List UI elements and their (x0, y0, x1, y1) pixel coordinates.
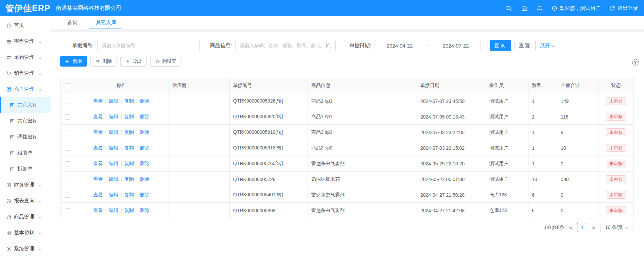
select-all-checkbox[interactable] (65, 83, 70, 88)
view-link[interactable]: 查看 (93, 208, 103, 213)
row-checkbox[interactable] (65, 99, 70, 104)
row-checkbox[interactable] (65, 161, 70, 166)
view-link[interactable]: 查看 (93, 98, 103, 104)
sidebar-item-goods[interactable]: 商品管理 (0, 209, 51, 225)
sidebar-subitem-transfer-outbound[interactable]: 调拨出库 (0, 129, 51, 145)
delete-link[interactable]: 删除 (140, 145, 149, 150)
view-link[interactable]: 查看 (93, 176, 103, 182)
view-link[interactable]: 查看 (93, 145, 103, 150)
column-header: 单据编号 (230, 78, 308, 93)
sidebar-item-basic-data[interactable]: 基本资料 (0, 225, 51, 241)
bank-icon[interactable] (521, 5, 527, 12)
edit-link[interactable]: 编辑 (109, 114, 118, 119)
bell-icon[interactable] (536, 5, 543, 12)
product-info-cell: 奶油味爆米花 (308, 172, 417, 187)
tab-home[interactable]: 首页 (58, 16, 87, 29)
search-button[interactable]: 查询 (490, 40, 511, 51)
copy-link[interactable]: 复制 (124, 98, 134, 104)
view-link[interactable]: 查看 (93, 129, 103, 135)
edit-link[interactable]: 编辑 (109, 208, 118, 213)
logout-button[interactable]: 退出登录 (609, 5, 638, 12)
sidebar-subitem-other-inbound[interactable]: 其它入库 (0, 97, 51, 113)
sidebar-item-purchase[interactable]: 采购管理 (0, 49, 51, 65)
user-menu[interactable]: 欢迎您，测试用户 (552, 5, 601, 12)
logout-text: 退出登录 (617, 5, 638, 12)
edit-link[interactable]: 编辑 (109, 192, 118, 197)
view-link[interactable]: 查看 (93, 161, 103, 166)
sidebar-item-warehouse[interactable]: 仓库管理 (0, 81, 51, 97)
sidebar-item-label: 拆卸单 (17, 166, 33, 172)
table-row: 查看|编辑|复制|删除QTRK00000005918[转]商品2 sp22024… (61, 140, 634, 156)
prev-page-arrow[interactable]: < (568, 225, 574, 230)
search-icon[interactable] (506, 5, 512, 12)
date-range-picker[interactable]: 2024-04-22 ~ 2024-07-22 (375, 40, 481, 51)
date-end[interactable]: 2024-07-22 (431, 43, 481, 49)
action-separator: | (105, 176, 107, 182)
delete-link[interactable]: 删除 (140, 161, 149, 166)
export-button-label: 导出 (132, 58, 142, 65)
product-info-input[interactable] (235, 40, 336, 51)
delete-link[interactable]: 删除 (140, 98, 149, 104)
export-button[interactable]: 导出 (120, 56, 147, 67)
bill-no-cell: QTRK00000005398 (230, 203, 308, 218)
sidebar-item-retail[interactable]: 零售管理 (0, 33, 51, 49)
edit-link[interactable]: 编辑 (109, 176, 118, 182)
row-checkbox[interactable] (65, 114, 70, 120)
sidebar-subitem-other-outbound[interactable]: 其它出库 (0, 113, 51, 129)
column-header: 操作员 (486, 78, 528, 93)
delete-link[interactable]: 删除 (140, 114, 149, 119)
page-size-select[interactable]: 10 条/页 (600, 223, 633, 232)
user-circle-icon (552, 5, 557, 11)
supplier-cell (169, 109, 230, 125)
view-link[interactable]: 查看 (93, 114, 103, 119)
delete-link[interactable]: 删除 (140, 192, 149, 197)
action-separator: | (121, 129, 122, 135)
sidebar-item-sales[interactable]: 销售管理 (0, 65, 51, 81)
bill-no-input[interactable] (97, 40, 200, 51)
delete-link[interactable]: 删除 (140, 129, 149, 135)
view-link[interactable]: 查看 (93, 192, 103, 197)
row-checkbox[interactable] (65, 193, 70, 198)
product-info-cell: 商品3 sp3 (308, 125, 417, 140)
next-page-arrow[interactable]: > (591, 225, 596, 230)
tab-other-inbound[interactable]: 其它入库 (87, 16, 125, 29)
sidebar-item-reports[interactable]: 报表查询 (0, 193, 51, 209)
copy-link[interactable]: 复制 (124, 161, 134, 166)
date-start[interactable]: 2024-04-22 (375, 43, 424, 49)
expand-toggle[interactable]: 展开 (540, 42, 555, 49)
sidebar-item-label: 采购管理 (14, 54, 34, 60)
status-cell: 未审核 (598, 156, 634, 172)
edit-link[interactable]: 编辑 (109, 161, 118, 166)
sidebar-item-label: 报表查询 (14, 198, 34, 204)
copy-link[interactable]: 复制 (124, 145, 134, 150)
copy-link[interactable]: 复制 (124, 192, 134, 197)
edit-link[interactable]: 编辑 (109, 145, 118, 150)
copy-link[interactable]: 复制 (124, 208, 134, 213)
copy-link[interactable]: 复制 (124, 176, 134, 182)
page-number[interactable]: 1 (577, 223, 587, 232)
edit-link[interactable]: 编辑 (109, 98, 118, 104)
row-checkbox[interactable] (65, 208, 70, 213)
add-button[interactable]: + 新增 (60, 56, 87, 67)
row-checkbox[interactable] (65, 177, 70, 182)
delete-link[interactable]: 删除 (140, 176, 149, 182)
row-checkbox[interactable] (65, 130, 70, 135)
sidebar-item-home[interactable]: 首页 (0, 17, 51, 33)
reset-button[interactable]: 重置 (515, 40, 536, 51)
edit-link[interactable]: 编辑 (109, 129, 118, 135)
qty-cell: 1 (528, 156, 557, 172)
status-badge: 未审核 (606, 160, 626, 168)
column-settings-button[interactable]: 列设置 (150, 56, 181, 67)
sidebar-item-system[interactable]: 系统管理 (0, 241, 51, 257)
sidebar-subitem-assembly-order[interactable]: 组装单 (0, 145, 51, 161)
delete-button[interactable]: 删除 (90, 56, 117, 67)
bill-date-cell: 2024-05-29 22:16:20 (417, 156, 486, 172)
copy-link[interactable]: 复制 (124, 129, 134, 135)
sidebar-subitem-disassembly-order[interactable]: 拆卸单 (0, 161, 51, 177)
delete-link[interactable]: 删除 (140, 208, 149, 213)
help-icon[interactable]: ? (632, 59, 639, 66)
copy-link[interactable]: 复制 (124, 114, 134, 119)
sidebar-item-finance[interactable]: 财务管理 (0, 177, 51, 193)
row-checkbox[interactable] (65, 146, 70, 151)
swap-icon (6, 55, 12, 60)
